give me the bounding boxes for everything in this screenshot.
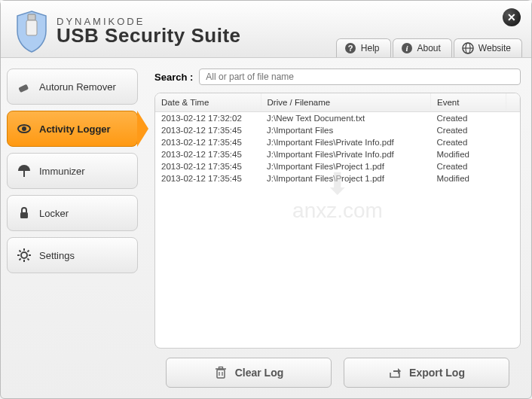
svg-rect-13 — [20, 212, 28, 218]
header-tabs: ? Help i About Website — [336, 38, 522, 57]
cell-datetime: 2013-02-12 17:35:45 — [155, 124, 261, 136]
website-tab[interactable]: Website — [454, 38, 522, 57]
about-label: About — [417, 43, 441, 53]
about-tab[interactable]: i About — [393, 38, 452, 57]
cell-drive: J:\Important Files\Project 1.pdf — [261, 172, 431, 184]
search-input[interactable] — [199, 69, 521, 85]
website-label: Website — [478, 43, 511, 53]
cell-datetime: 2013-02-12 17:35:45 — [155, 172, 261, 184]
table-row[interactable]: 2013-02-12 17:35:45J:\Important Files\Pr… — [155, 136, 520, 148]
sidebar-item-settings[interactable]: Settings — [7, 237, 138, 273]
svg-rect-0 — [28, 14, 35, 20]
app-header: DYNAMIKODE USB Security Suite ✕ ? Help i… — [1, 1, 531, 58]
help-icon: ? — [344, 42, 356, 54]
table-row[interactable]: 2013-02-12 17:35:45J:\Important FilesCre… — [155, 124, 520, 136]
main-layout: Autorun Remover Activity Logger Immunize… — [1, 58, 531, 398]
svg-line-19 — [20, 251, 21, 252]
cell-drive: J:\Important Files\Private Info.pdf — [261, 148, 431, 160]
clear-log-label: Clear Log — [235, 367, 284, 379]
help-label: Help — [361, 43, 380, 53]
svg-rect-27 — [219, 367, 222, 370]
col-spacer — [506, 93, 520, 112]
lock-icon — [17, 206, 32, 221]
svg-point-14 — [21, 252, 27, 258]
sidebar-label: Settings — [39, 250, 75, 261]
help-tab[interactable]: ? Help — [336, 38, 391, 57]
col-drive[interactable]: Drive / Filename — [261, 93, 431, 112]
svg-point-11 — [22, 126, 26, 131]
gear-icon — [17, 248, 32, 263]
export-log-label: Export Log — [409, 367, 465, 379]
table-row[interactable]: 2013-02-12 17:35:45J:\Important Files\Pr… — [155, 172, 520, 184]
log-table: Date & Time Drive / Filename Event 2013-… — [155, 93, 520, 184]
svg-rect-1 — [26, 20, 37, 35]
sidebar-label: Immunizer — [39, 166, 85, 177]
search-row: Search : — [154, 69, 521, 85]
watermark-text: anxz.com — [292, 199, 383, 222]
cell-drive: J:\Important Files — [261, 124, 431, 136]
table-row[interactable]: 2013-02-12 17:32:02J:\New Text Document.… — [155, 112, 520, 125]
cell-event: Created — [431, 112, 506, 125]
info-icon: i — [401, 42, 413, 54]
eye-icon — [17, 121, 32, 136]
umbrella-icon — [17, 163, 32, 178]
cell-drive: J:\Important Files\Project 1.pdf — [261, 160, 431, 172]
cell-datetime: 2013-02-12 17:35:45 — [155, 136, 261, 148]
cell-datetime: 2013-02-12 17:35:45 — [155, 148, 261, 160]
export-log-button[interactable]: Export Log — [344, 358, 509, 388]
cell-drive: J:\Important Files\Private Info.pdf — [261, 136, 431, 148]
close-button[interactable]: ✕ — [503, 8, 521, 26]
cell-datetime: 2013-02-12 17:35:45 — [155, 160, 261, 172]
export-icon — [388, 366, 402, 379]
cell-drive: J:\New Text Document.txt — [261, 112, 431, 125]
table-row[interactable]: 2013-02-12 17:35:45J:\Important Files\Pr… — [155, 160, 520, 172]
cell-event: Modified — [431, 172, 506, 184]
app-window: DYNAMIKODE USB Security Suite ✕ ? Help i… — [0, 0, 532, 399]
sidebar-item-activity-logger[interactable]: Activity Logger — [7, 111, 138, 147]
svg-line-20 — [27, 258, 29, 260]
trash-icon — [214, 366, 228, 379]
clear-log-button[interactable]: Clear Log — [166, 358, 332, 388]
svg-line-21 — [20, 258, 21, 260]
sidebar-label: Activity Logger — [39, 123, 111, 135]
shield-usb-icon — [14, 10, 49, 53]
table-row[interactable]: 2013-02-12 17:35:45J:\Important Files\Pr… — [155, 148, 520, 160]
cell-event: Created — [431, 136, 506, 148]
globe-icon — [462, 42, 474, 54]
cell-event: Modified — [431, 148, 506, 160]
svg-rect-23 — [217, 370, 225, 378]
search-label: Search : — [154, 72, 193, 83]
svg-text:?: ? — [347, 44, 353, 53]
eraser-icon — [17, 79, 32, 94]
log-table-container: Date & Time Drive / Filename Event 2013-… — [154, 93, 521, 349]
col-datetime[interactable]: Date & Time — [155, 93, 261, 112]
sidebar-label: Locker — [39, 208, 69, 219]
sidebar-label: Autorun Remover — [39, 81, 116, 93]
svg-rect-9 — [18, 84, 29, 93]
footer-buttons: Clear Log Export Log — [154, 358, 521, 388]
cell-event: Created — [431, 160, 506, 172]
col-event[interactable]: Event — [431, 93, 506, 112]
sidebar-item-autorun-remover[interactable]: Autorun Remover — [7, 69, 138, 105]
main-panel: Search : Date & Time Drive / Filename Ev… — [138, 58, 531, 398]
sidebar-item-immunizer[interactable]: Immunizer — [7, 153, 138, 189]
cell-datetime: 2013-02-12 17:32:02 — [155, 112, 261, 125]
cell-event: Created — [431, 124, 506, 136]
svg-line-22 — [27, 251, 29, 252]
sidebar: Autorun Remover Activity Logger Immunize… — [1, 58, 138, 398]
sidebar-item-locker[interactable]: Locker — [7, 195, 138, 231]
